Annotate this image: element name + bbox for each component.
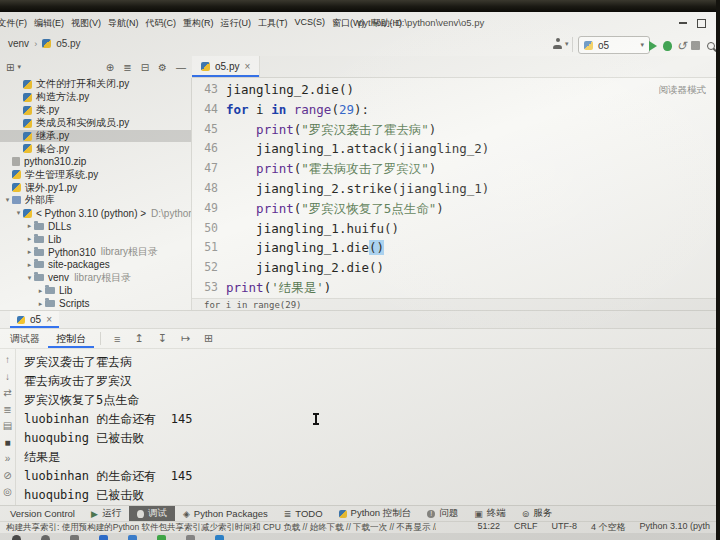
scroll-down-icon[interactable]: ↧ xyxy=(151,332,174,345)
mail-icon[interactable] xyxy=(215,535,224,540)
explorer-icon[interactable] xyxy=(128,535,137,540)
chevron-down-icon[interactable]: ▾ xyxy=(14,209,23,217)
tree-item[interactable]: 课外.py1.py xyxy=(0,181,191,194)
tool-window-button[interactable]: Version Control xyxy=(2,506,83,521)
breadcrumb-item-venv[interactable]: venv xyxy=(8,38,29,49)
scroll-up-icon[interactable]: ↥ xyxy=(127,332,150,345)
code-line[interactable]: 53print('结果是') xyxy=(192,278,716,298)
console-output[interactable]: 罗宾汉袭击了霍去病霍去病攻击了罗宾汉罗宾汉恢复了5点生命luobinhan 的生… xyxy=(16,349,716,505)
console-view-tab[interactable]: 调试器 xyxy=(2,329,48,348)
expand-all-icon[interactable]: ≣ xyxy=(123,62,131,73)
tree-item[interactable]: 类成员和实例成员.py xyxy=(0,117,191,130)
breadcrumb-item-file[interactable]: o5.py xyxy=(56,38,80,49)
console-view-tab[interactable]: 控制台 xyxy=(48,329,94,348)
scroll-end-icon[interactable]: ≣ xyxy=(3,405,11,415)
code-line[interactable]: 44for i in range(29): xyxy=(192,100,716,120)
tree-item[interactable]: 集合.py xyxy=(0,142,191,155)
code-line[interactable]: 49 print("罗宾汉恢复了5点生命") xyxy=(192,199,716,219)
menu-item[interactable]: 重构(R) xyxy=(180,17,218,30)
menu-item[interactable]: 工具(T) xyxy=(255,17,292,30)
debug-button[interactable] xyxy=(661,39,674,52)
line-number[interactable]: 45 xyxy=(192,120,226,140)
code-line[interactable]: 50 jiangling_1.huifu() xyxy=(192,219,716,239)
chevron-right-icon[interactable]: ▸ xyxy=(25,235,34,243)
rerun-icon[interactable]: ⇄ xyxy=(3,388,11,398)
chevron-right-icon[interactable]: ▸ xyxy=(25,222,34,230)
run-button[interactable] xyxy=(646,39,659,52)
line-number[interactable]: 52 xyxy=(192,258,226,278)
line-number[interactable]: 46 xyxy=(192,139,226,159)
tree-item[interactable]: 学生管理系统.py xyxy=(0,168,191,181)
help-icon[interactable]: ◎ xyxy=(3,487,12,497)
code-line[interactable]: 43jiangling_2.die() xyxy=(192,80,716,100)
project-view-selector[interactable]: ⊞ ▾ xyxy=(6,62,21,73)
collapse-all-icon[interactable]: ⊟ xyxy=(141,62,149,73)
maximize-button[interactable] xyxy=(694,16,708,30)
code-editor[interactable]: 43jiangling_2.die()44for i in range(29):… xyxy=(192,78,716,298)
code-line[interactable]: 48 jiangling_2.strike(jiangling_1) xyxy=(192,179,716,199)
tree-item[interactable]: ▾< Python 3.10 (python) >D:\python\ven xyxy=(0,207,191,220)
menu-item[interactable]: 代码(C) xyxy=(142,17,180,30)
line-number[interactable]: 50 xyxy=(192,219,226,239)
run-tab-o5[interactable]: o5 × xyxy=(10,311,59,328)
menu-item[interactable]: 视图(V) xyxy=(68,17,105,30)
print-icon[interactable]: ▤ xyxy=(3,421,12,431)
tree-item[interactable]: 文件的打开和关闭.py xyxy=(0,78,191,91)
code-line[interactable]: 46 jiangling_1.attack(jiangling_2) xyxy=(192,139,716,159)
tool-window-button[interactable]: ▶运行 xyxy=(83,506,129,521)
skip-icon[interactable]: » xyxy=(5,454,11,464)
profile-button[interactable]: ▾ xyxy=(552,38,569,49)
close-icon[interactable]: × xyxy=(244,61,250,72)
locate-file-icon[interactable]: ⊕ xyxy=(106,62,114,73)
hide-panel-icon[interactable]: — xyxy=(176,62,186,73)
menu-item[interactable]: 导航(N) xyxy=(105,17,143,30)
tree-item[interactable]: ▸site-packages xyxy=(0,258,191,271)
code-line[interactable]: 51 jiangling_1.die() xyxy=(192,238,716,258)
tool-window-button[interactable]: ◈Python Packages xyxy=(175,506,276,521)
tool-window-button[interactable]: 调试 xyxy=(129,506,175,521)
tree-item[interactable]: ▾venvlibrary根目录 xyxy=(0,271,191,284)
stop-button[interactable] xyxy=(689,39,702,52)
app-icon[interactable] xyxy=(186,535,195,540)
code-line[interactable]: 47 print("霍去病攻击了罗宾汉") xyxy=(192,159,716,179)
tool-window-button[interactable]: ≣TODO xyxy=(276,506,331,521)
line-number[interactable]: 43 xyxy=(192,80,226,100)
tree-item[interactable]: ▸DLLs xyxy=(0,220,191,233)
code-line[interactable]: 52 jiangling_2.die() xyxy=(192,258,716,278)
sticky-scope-line[interactable]: for i in range(29) xyxy=(192,298,716,310)
editor-tab-o5[interactable]: o5.py × xyxy=(192,56,260,77)
menu-item[interactable]: 运行(U) xyxy=(217,17,255,30)
project-tree[interactable]: 文件的打开和关闭.py构造方法.py类.py类成员和实例成员.py继承.py集合… xyxy=(0,78,192,310)
tool-window-button[interactable]: !问题 xyxy=(419,506,466,521)
tree-item[interactable]: ▸Lib xyxy=(0,233,191,246)
tree-item[interactable]: 类.py xyxy=(0,104,191,117)
rerun-button[interactable]: ↺ xyxy=(675,39,688,52)
close-icon[interactable]: × xyxy=(46,314,52,325)
tool-window-button[interactable]: ▣终端 xyxy=(466,506,514,521)
up-icon[interactable]: ↑ xyxy=(5,355,10,365)
tree-item[interactable]: ▸Python310library根目录 xyxy=(0,246,191,259)
line-number[interactable]: 48 xyxy=(192,179,226,199)
search-everywhere-button[interactable] xyxy=(704,39,716,52)
chevron-down-icon[interactable]: ▾ xyxy=(25,274,34,282)
edge-icon[interactable] xyxy=(99,535,108,540)
chevron-right-icon[interactable]: ▸ xyxy=(36,287,45,295)
line-number[interactable]: 47 xyxy=(192,159,226,179)
chevron-down-icon[interactable]: ▾ xyxy=(3,196,12,204)
reader-mode-label[interactable]: 阅读器模式 xyxy=(659,84,707,97)
tree-item[interactable]: python310.zip xyxy=(0,155,191,168)
tree-item[interactable]: 继承.py xyxy=(0,130,191,143)
stop-icon[interactable]: ■ xyxy=(4,438,10,448)
line-number[interactable]: 44 xyxy=(192,100,226,120)
line-number[interactable]: 49 xyxy=(192,199,226,219)
pycharm-icon[interactable] xyxy=(157,535,166,540)
split-icon[interactable]: ⊞ xyxy=(197,332,220,345)
chevron-right-icon[interactable]: ▸ xyxy=(25,261,34,269)
tree-item[interactable]: ▾外部库 xyxy=(0,194,191,207)
down-icon[interactable]: ↓ xyxy=(5,372,10,382)
search-icon[interactable] xyxy=(41,535,50,540)
jump-to-end-icon[interactable]: ↦ xyxy=(174,332,197,345)
menu-item[interactable]: 文件(F) xyxy=(0,17,31,30)
tool-window-button[interactable]: Python 控制台 xyxy=(331,506,420,521)
tree-item[interactable]: ▸Scripts xyxy=(0,297,191,310)
